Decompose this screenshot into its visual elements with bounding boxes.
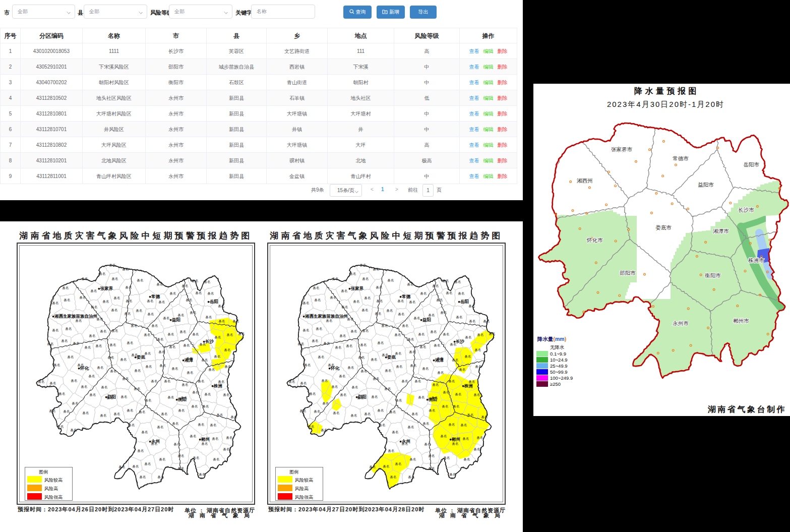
svg-text:县名: 县名	[316, 327, 323, 331]
svg-text:县名: 县名	[390, 475, 397, 479]
svg-text:县名: 县名	[101, 385, 108, 389]
svg-text:县名: 县名	[453, 404, 460, 408]
svg-text:县名: 县名	[428, 466, 435, 470]
svg-text:县名: 县名	[371, 358, 378, 362]
svg-text:县名: 县名	[360, 343, 367, 347]
svg-text:县名: 县名	[377, 408, 384, 412]
svg-text:永州市: 永州市	[673, 320, 689, 326]
svg-text:县名: 县名	[81, 385, 88, 389]
svg-text:县名: 县名	[313, 286, 320, 290]
svg-text:县名: 县名	[156, 282, 163, 286]
svg-text:县名: 县名	[411, 412, 418, 416]
svg-text:县名: 县名	[127, 408, 134, 412]
svg-text:县名: 县名	[64, 298, 71, 302]
svg-text:县名: 县名	[353, 300, 360, 304]
svg-text:县名: 县名	[297, 342, 305, 346]
svg-text:县名: 县名	[395, 398, 402, 402]
svg-text:●岳阳: ●岳阳	[458, 299, 469, 304]
svg-text:县名: 县名	[440, 434, 447, 438]
svg-text:县名: 县名	[169, 291, 176, 295]
svg-text:县名: 县名	[157, 425, 164, 429]
svg-text:县名: 县名	[388, 449, 395, 453]
svg-text:县名: 县名	[122, 267, 129, 271]
svg-text:县名: 县名	[111, 277, 118, 281]
svg-text:县名: 县名	[463, 457, 470, 461]
svg-text:县名: 县名	[82, 411, 89, 415]
svg-text:县名: 县名	[443, 390, 450, 394]
svg-text:县名: 县名	[137, 449, 144, 453]
svg-text:县名: 县名	[79, 295, 86, 300]
svg-text:县名: 县名	[122, 377, 129, 381]
svg-text:县名: 县名	[407, 337, 414, 341]
svg-text:县名: 县名	[49, 409, 56, 413]
svg-text:县名: 县名	[442, 279, 449, 283]
svg-text:县名: 县名	[90, 289, 97, 293]
svg-text:县名: 县名	[458, 291, 465, 295]
svg-text:县名: 县名	[157, 337, 164, 341]
svg-text:县名: 县名	[314, 298, 321, 302]
svg-text:县名: 县名	[409, 350, 416, 354]
svg-text:●长沙: ●长沙	[453, 339, 465, 344]
svg-text:湘西州: 湘西州	[576, 178, 593, 184]
svg-text:县名: 县名	[442, 404, 449, 408]
svg-text:县名: 县名	[312, 339, 319, 343]
svg-text:县名: 县名	[191, 404, 198, 408]
svg-text:县名: 县名	[207, 291, 214, 295]
svg-text:县名: 县名	[373, 377, 380, 381]
svg-text:县名: 县名	[473, 447, 480, 451]
svg-text:●永州: ●永州	[149, 439, 160, 444]
svg-text:县名: 县名	[190, 434, 197, 438]
svg-text:县名: 县名	[91, 305, 98, 309]
svg-text:县名: 县名	[113, 296, 120, 300]
svg-text:县名: 县名	[432, 284, 439, 288]
svg-text:县名: 县名	[323, 341, 330, 345]
svg-text:县名: 县名	[474, 348, 481, 352]
svg-text:县名: 县名	[384, 387, 391, 391]
svg-text:县名: 县名	[52, 301, 59, 305]
svg-text:●湘西土家族苗族自治州: ●湘西土家族苗族自治州	[52, 314, 97, 319]
svg-text:县名: 县名	[309, 392, 316, 396]
svg-text:县名: 县名	[238, 332, 245, 336]
svg-text:张家界市: 张家界市	[611, 146, 633, 152]
svg-text:县名: 县名	[131, 324, 138, 328]
svg-text:县名: 县名	[300, 381, 307, 385]
svg-text:县名: 县名	[139, 475, 146, 479]
svg-text:县名: 县名	[147, 312, 154, 316]
svg-text:县名: 县名	[164, 379, 171, 383]
svg-text:县名: 县名	[224, 365, 231, 369]
svg-text:县名: 县名	[449, 472, 456, 477]
svg-text:县名: 县名	[136, 309, 143, 313]
svg-text:县名: 县名	[468, 304, 475, 308]
svg-text:县名: 县名	[102, 300, 109, 304]
svg-text:县名: 县名	[409, 300, 416, 304]
svg-text:县名: 县名	[483, 319, 490, 323]
svg-text:县名: 县名	[190, 311, 197, 315]
svg-text:县名: 县名	[134, 369, 141, 373]
svg-text:益阳市: 益阳市	[698, 182, 714, 188]
svg-text:县名: 县名	[410, 364, 417, 368]
svg-text:县名: 县名	[429, 408, 436, 412]
svg-text:县名: 县名	[481, 415, 488, 419]
svg-text:●邵阳: ●邵阳	[355, 394, 367, 399]
svg-text:县名: 县名	[99, 272, 106, 276]
svg-text:县名: 县名	[362, 329, 369, 333]
svg-text:县名: 县名	[418, 332, 425, 336]
svg-text:县名: 县名	[360, 369, 368, 373]
svg-text:县名: 县名	[340, 393, 347, 397]
svg-text:县名: 县名	[57, 425, 64, 429]
svg-text:县名: 县名	[52, 328, 59, 332]
svg-text:县名: 县名	[127, 341, 134, 345]
svg-text:县名: 县名	[386, 309, 393, 313]
svg-text:●湘西土家族苗族自治州: ●湘西土家族苗族自治州	[302, 314, 348, 319]
svg-text:县名: 县名	[373, 267, 380, 271]
svg-text:县名: 县名	[141, 430, 148, 434]
svg-text:县名: 县名	[193, 456, 200, 460]
svg-text:县名: 县名	[177, 313, 185, 317]
svg-text:县名: 县名	[381, 324, 388, 328]
svg-text:县名: 县名	[371, 395, 378, 399]
svg-text:县名: 县名	[375, 312, 382, 316]
svg-text:县名: 县名	[428, 313, 435, 317]
svg-text:岳阳市: 岳阳市	[743, 161, 759, 167]
svg-text:郴州市: 郴州市	[733, 318, 749, 324]
svg-text:县名: 县名	[145, 365, 152, 369]
